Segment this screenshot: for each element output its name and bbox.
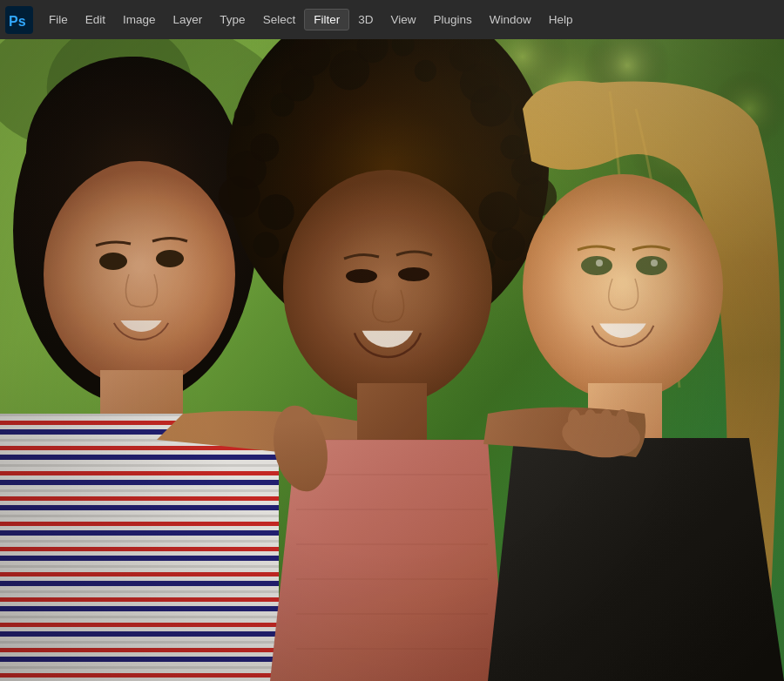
ps-logo-icon: Ps [5,6,33,34]
menu-file[interactable]: File [40,10,77,30]
menu-3d[interactable]: 3D [349,10,382,30]
menu-type[interactable]: Type [211,10,253,30]
menu-view[interactable]: View [382,10,424,30]
menu-plugins[interactable]: Plugins [424,10,480,30]
menu-filter[interactable]: Filter [304,9,349,30]
menubar: Ps File Edit Image Layer Type Select Fil… [0,0,784,39]
canvas-area [0,39,784,681]
menu-window[interactable]: Window [481,10,540,30]
menu-edit[interactable]: Edit [77,10,114,30]
menu-image[interactable]: Image [114,10,165,30]
photo-canvas [0,39,784,681]
svg-text:Ps: Ps [9,14,26,29]
menu-select[interactable]: Select [254,10,305,30]
menu-layer[interactable]: Layer [165,10,212,30]
menu-help[interactable]: Help [540,10,582,30]
